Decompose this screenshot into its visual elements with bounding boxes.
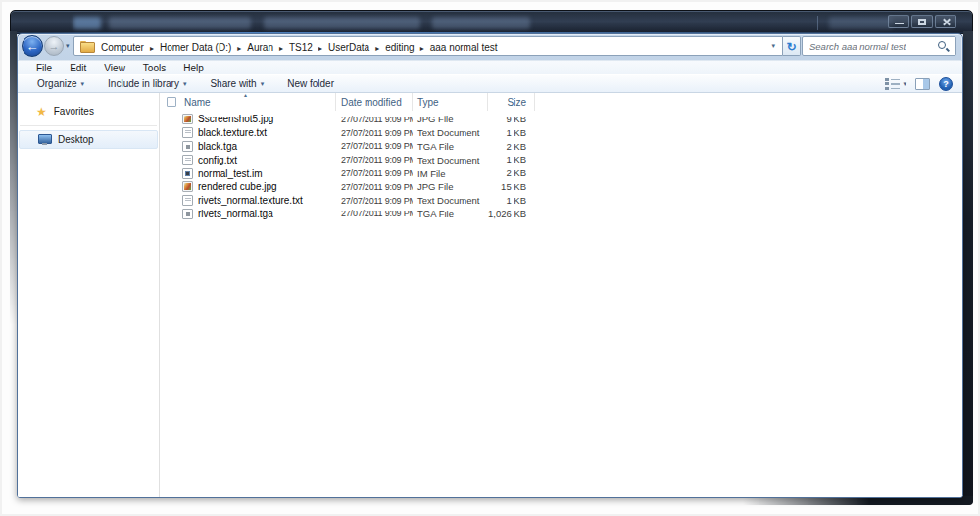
explorer-window: ← → ▾ Computer▸Homer Data (D:)▸Auran▸TS1…: [17, 33, 963, 498]
menu-item-edit[interactable]: Edit: [61, 63, 95, 73]
toolbar-button-include-in-library[interactable]: Include in library▾: [100, 78, 194, 89]
column-header-date-modified[interactable]: Date modified: [336, 93, 413, 111]
breadcrumb-arrow-icon: ▸: [147, 44, 157, 53]
sidebar-item-label: Desktop: [58, 134, 94, 145]
column-header-size[interactable]: Size: [488, 93, 535, 111]
toolbar-right: ▾ ?: [885, 75, 953, 92]
breadcrumb-segment[interactable]: Homer Data (D:): [157, 42, 234, 53]
table-row[interactable]: rivets_normal.tga 27/07/2011 9:09 PM TGA…: [160, 208, 962, 221]
breadcrumb-segment[interactable]: TS12: [286, 42, 316, 53]
refresh-icon: ↻: [786, 40, 796, 54]
maximize-button[interactable]: [911, 15, 933, 28]
sidebar-item-desktop[interactable]: Desktop: [19, 130, 158, 149]
chevron-down-icon: ▾: [183, 80, 187, 88]
file-type: Text Document: [413, 155, 488, 165]
refresh-button[interactable]: ↻: [783, 36, 801, 56]
file-rows: Sscreenshot5.jpg 27/07/2011 9:09 PM JPG …: [160, 113, 962, 220]
close-button[interactable]: [935, 15, 956, 28]
column-header-row: Name ▴ Date modified Type Size: [160, 93, 962, 111]
breadcrumb-arrow-icon: ▸: [417, 44, 427, 53]
sidebar-item-favorites[interactable]: ★ Favorites: [18, 102, 159, 120]
file-name-cell: config.txt: [160, 155, 336, 165]
table-row[interactable]: rivets_normal.texture.txt 27/07/2011 9:0…: [160, 194, 962, 208]
file-name: black.texture.txt: [198, 127, 267, 138]
breadcrumb-segment[interactable]: Computer: [98, 42, 147, 53]
txt-file-icon: [182, 195, 193, 206]
file-date: 27/07/2011 9:09 PM: [336, 115, 413, 124]
table-row[interactable]: black.texture.txt 27/07/2011 9:09 PM Tex…: [160, 126, 962, 140]
file-size: 2 KB: [488, 166, 535, 180]
blurred-ui-element: [264, 17, 420, 29]
file-type: IM File: [413, 168, 488, 179]
blurred-ui-element: [829, 17, 893, 29]
desktop-background: ← → ▾ Computer▸Homer Data (D:)▸Auran▸TS1…: [0, 0, 980, 516]
table-row[interactable]: rendered cube.jpg 27/07/2011 9:09 PM JPG…: [160, 180, 962, 194]
breadcrumb-arrow-icon: ▸: [316, 44, 325, 53]
sort-ascending-icon: ▴: [244, 91, 247, 98]
minimize-button[interactable]: [888, 15, 909, 28]
file-size: 1 KB: [488, 126, 535, 140]
table-row[interactable]: black.tga 27/07/2011 9:09 PM TGA File 2 …: [160, 140, 962, 154]
menu-item-tools[interactable]: Tools: [134, 63, 174, 73]
file-name-cell: black.tga: [160, 141, 336, 152]
file-name-cell: black.texture.txt: [160, 127, 336, 138]
breadcrumb-arrow-icon: ▸: [372, 44, 382, 53]
menu-item-help[interactable]: Help: [174, 63, 213, 73]
toolbar-button-label: New folder: [287, 78, 334, 89]
table-row[interactable]: Sscreenshot5.jpg 27/07/2011 9:09 PM JPG …: [160, 113, 962, 126]
file-date: 27/07/2011 9:09 PM: [336, 155, 413, 164]
breadcrumb-segment[interactable]: editing: [382, 42, 416, 53]
chevron-down-icon: ▾: [903, 80, 906, 88]
back-button[interactable]: ←: [22, 35, 43, 57]
change-view-button[interactable]: ▾: [885, 78, 906, 90]
jpg-file-icon: [182, 114, 193, 124]
breadcrumb-segment[interactable]: aaa normal test: [427, 42, 501, 53]
column-header-type[interactable]: Type: [413, 93, 488, 111]
search-input[interactable]: [805, 38, 932, 54]
file-name-cell: normal_test.im: [160, 168, 336, 179]
menu-bar: FileEditViewToolsHelp: [18, 60, 962, 74]
address-dropdown-icon[interactable]: ▾: [771, 42, 782, 50]
menu-item-view[interactable]: View: [95, 63, 134, 73]
column-label: Size: [508, 97, 526, 108]
file-type: Text Document: [413, 195, 488, 206]
toolbar-button-new-folder[interactable]: New folder: [279, 78, 342, 89]
file-list: Name ▴ Date modified Type Size: [160, 93, 962, 497]
file-name: rendered cube.jpg: [198, 181, 277, 192]
toolbar-button-organize[interactable]: Organize▾: [29, 78, 92, 89]
file-name: rivets_normal.texture.txt: [198, 195, 303, 206]
help-button[interactable]: ?: [939, 77, 953, 91]
toolbar-button-share-with[interactable]: Share with▾: [202, 78, 271, 89]
menu-item-file[interactable]: File: [27, 63, 61, 73]
address-bar[interactable]: Computer▸Homer Data (D:)▸Auran▸TS12▸User…: [74, 36, 783, 56]
column-header-name[interactable]: Name ▴: [160, 93, 336, 111]
chevron-down-icon: ▾: [261, 80, 265, 88]
maximize-icon: [918, 19, 926, 25]
file-size: 1 KB: [488, 194, 535, 208]
txt-file-icon: [182, 155, 193, 165]
preview-pane-button[interactable]: [915, 78, 930, 90]
table-row[interactable]: config.txt 27/07/2011 9:09 PM Text Docum…: [160, 153, 962, 166]
breadcrumb-segment[interactable]: Auran: [244, 42, 276, 53]
recent-pages-dropdown[interactable]: ▾: [66, 42, 70, 50]
file-name-cell: rivets_normal.texture.txt: [160, 195, 336, 206]
txt-file-icon: [182, 127, 193, 138]
file-size: 1 KB: [488, 153, 535, 166]
file-date: 27/07/2011 9:09 PM: [336, 196, 413, 206]
forward-button[interactable]: →: [44, 36, 64, 56]
caption-button-group: [886, 15, 956, 28]
tga-file-icon: [182, 209, 193, 219]
file-date: 27/07/2011 9:09 PM: [336, 209, 413, 218]
file-name: normal_test.im: [198, 168, 263, 179]
file-name: Sscreenshot5.jpg: [198, 114, 273, 124]
breadcrumb-arrow-icon: ▸: [234, 44, 244, 53]
file-size: 9 KB: [488, 113, 535, 126]
table-row[interactable]: normal_test.im 27/07/2011 9:09 PM IM Fil…: [160, 166, 962, 180]
file-size: 2 KB: [488, 140, 535, 154]
select-all-checkbox[interactable]: [167, 97, 176, 107]
background-window-left-edge: [10, 31, 17, 325]
toolbar-button-label: Include in library: [108, 78, 179, 89]
jpg-file-icon: [182, 181, 193, 192]
blurred-ui-element: [74, 17, 101, 29]
breadcrumb-segment[interactable]: UserData: [325, 42, 372, 53]
